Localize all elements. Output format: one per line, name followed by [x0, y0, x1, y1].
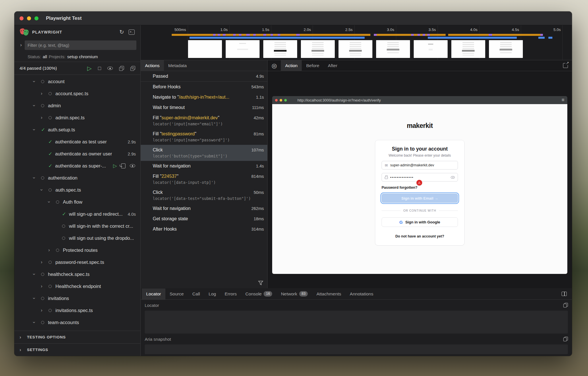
tree-row[interactable]: account.spec.ts	[14, 87, 140, 100]
film-strip-thumbnail[interactable]	[414, 40, 448, 58]
aria-snapshot-editor[interactable]	[145, 344, 568, 354]
actions-panel-tab[interactable]: Metadata	[164, 60, 191, 71]
tree-row[interactable]: invitations	[14, 292, 140, 304]
bottom-panel-tab[interactable]: Log	[204, 289, 220, 299]
bottom-panel-tab[interactable]: Attachments	[312, 289, 345, 299]
action-row[interactable]: Fill "224537" 814ms locator('[data-input…	[141, 171, 267, 187]
run-tests-icon[interactable]: ▷	[87, 65, 92, 71]
copy-locator-icon[interactable]	[563, 303, 568, 307]
minimize-window-button[interactable]	[27, 16, 31, 20]
locator-editor[interactable]	[145, 311, 568, 334]
trace-timeline[interactable]: 500ms 1.0s 1.5s 2.0s	[141, 25, 572, 60]
action-row[interactable]: Wait for navigation 1.4s	[141, 161, 267, 171]
filter-input[interactable]	[25, 40, 136, 50]
tree-chevron-icon[interactable]	[33, 79, 41, 84]
tree-chevron-icon[interactable]	[33, 319, 41, 325]
terminal-icon[interactable]: >_	[129, 30, 135, 35]
tree-chevron-icon[interactable]	[33, 127, 41, 133]
tree-chevron-icon[interactable]	[41, 259, 49, 265]
action-row[interactable]: Wait for timeout 111ms	[141, 102, 267, 113]
pop-out-icon[interactable]	[563, 63, 568, 68]
action-row[interactable]: Navigate to "/auth/sign-in?next=/aut... …	[141, 92, 267, 102]
tree-chevron-icon[interactable]	[48, 247, 56, 253]
tree-chevron-icon[interactable]	[33, 271, 41, 277]
refresh-icon[interactable]: ↻	[119, 29, 124, 35]
action-row[interactable]: Get storage state 18ms	[141, 214, 267, 224]
tree-row[interactable]: Auth flow	[14, 196, 140, 208]
tree-chevron-icon[interactable]	[41, 115, 49, 120]
run-test-icon[interactable]: ▷	[113, 163, 117, 168]
expand-all-icon[interactable]	[130, 66, 135, 71]
snapshot-tab[interactable]: Action	[281, 60, 302, 71]
tree-row[interactable]: admin.spec.ts	[14, 112, 140, 124]
action-row[interactable]: Click 107ms locator('button[type="submit…	[141, 145, 267, 161]
source-file-icon[interactable]	[121, 163, 125, 168]
action-row[interactable]: Fill "testingpassword" 81ms locator('inp…	[141, 129, 267, 145]
bottom-panel-tab[interactable]: Console 16	[241, 289, 277, 299]
tree-row[interactable]: will sign-in with the correct cr...	[14, 220, 140, 232]
film-strip-thumbnail[interactable]	[263, 40, 297, 58]
action-row[interactable]: Fill "super-admin@makerkit.dev" 42ms loc…	[141, 113, 267, 129]
tree-row[interactable]: account	[14, 75, 140, 87]
watch-all-icon[interactable]	[107, 67, 113, 70]
bottom-panel-tab[interactable]: Source	[165, 289, 188, 299]
tree-row[interactable]: Healthcheck endpoint	[14, 280, 140, 292]
tree-row[interactable]: team-accounts	[14, 316, 140, 328]
tree-row[interactable]: authenticate as super-... ▷	[14, 160, 140, 172]
tree-chevron-icon[interactable]	[41, 91, 49, 96]
bottom-panel-tab[interactable]: Network 83	[276, 289, 312, 299]
tree-row[interactable]: authentication	[14, 172, 140, 184]
pick-locator-icon[interactable]: ◎	[272, 62, 277, 69]
tree-chevron-icon[interactable]	[48, 199, 56, 205]
sidebar-section-header[interactable]: SETTINGS	[14, 343, 140, 356]
tree-chevron-icon[interactable]	[41, 307, 49, 313]
action-row[interactable]: Before Hooks 543ms	[141, 82, 267, 92]
film-strip-thumbnail[interactable]	[339, 40, 372, 58]
tree-row[interactable]: authenticate as owner user 2.9s	[14, 148, 140, 160]
film-strip-thumbnail[interactable]	[226, 40, 260, 58]
collapse-chevron-icon[interactable]: ›	[17, 42, 25, 48]
copy-aria-icon[interactable]	[563, 337, 568, 341]
tree-chevron-icon[interactable]	[41, 187, 49, 193]
tree-chevron-icon[interactable]	[41, 283, 49, 289]
action-filter-icon[interactable]	[258, 280, 263, 287]
bottom-panel-tab[interactable]: Call	[188, 289, 204, 299]
film-strip-thumbnail[interactable]	[489, 40, 523, 58]
tree-row[interactable]: will sign out using the dropdo...	[14, 232, 140, 244]
tree-row[interactable]: auth.spec.ts	[14, 184, 140, 196]
status-value[interactable]: all	[43, 54, 47, 59]
tree-row[interactable]: will sign-up and redirect... 4.0s	[14, 208, 140, 220]
action-row[interactable]: Wait for navigation 262ms	[141, 203, 267, 214]
stop-tests-icon[interactable]: □	[98, 66, 101, 71]
tree-row[interactable]: Protected routes	[14, 244, 140, 256]
projects-value[interactable]: setup chromium	[67, 54, 98, 59]
collapse-all-icon[interactable]	[119, 66, 124, 71]
sidebar-section-header[interactable]: TESTING OPTIONS	[14, 331, 140, 343]
snapshot-tab[interactable]: Before	[302, 60, 324, 71]
close-window-button[interactable]	[20, 16, 24, 20]
film-strip-thumbnail[interactable]	[188, 40, 222, 58]
tree-row[interactable]: invitations.spec.ts	[14, 304, 140, 316]
watch-test-icon[interactable]	[130, 164, 135, 167]
action-row[interactable]: Click 50ms locator('[data-test="submit-m…	[141, 187, 267, 203]
tree-row[interactable]: admin	[14, 100, 140, 112]
bottom-panel-tab[interactable]: Annotations	[345, 289, 378, 299]
snapshot-tab[interactable]: After	[324, 60, 342, 71]
bottom-panel-tab[interactable]: Errors	[220, 289, 241, 299]
tree-chevron-icon[interactable]	[33, 295, 41, 301]
action-row[interactable]: Passed 4.9s	[141, 71, 267, 82]
tree-row[interactable]: healthcheck.spec.ts	[14, 268, 140, 280]
tree-chevron-icon[interactable]	[33, 103, 41, 108]
bottom-panel-tab[interactable]: Locator	[142, 289, 165, 299]
tree-chevron-icon[interactable]	[33, 175, 41, 181]
action-row[interactable]: After Hooks 314ms	[141, 224, 267, 234]
film-strip-thumbnail[interactable]	[301, 40, 335, 58]
tree-row[interactable]: authenticate as test user 2.9s	[14, 136, 140, 148]
tree-row[interactable]: auth.setup.ts	[14, 124, 140, 136]
zoom-window-button[interactable]	[34, 16, 38, 20]
split-view-icon[interactable]	[562, 292, 567, 296]
tree-row[interactable]: password-reset.spec.ts	[14, 256, 140, 268]
film-strip-thumbnail[interactable]	[376, 40, 410, 58]
film-strip-thumbnail[interactable]	[451, 40, 485, 58]
actions-panel-tab[interactable]: Actions	[141, 60, 164, 71]
